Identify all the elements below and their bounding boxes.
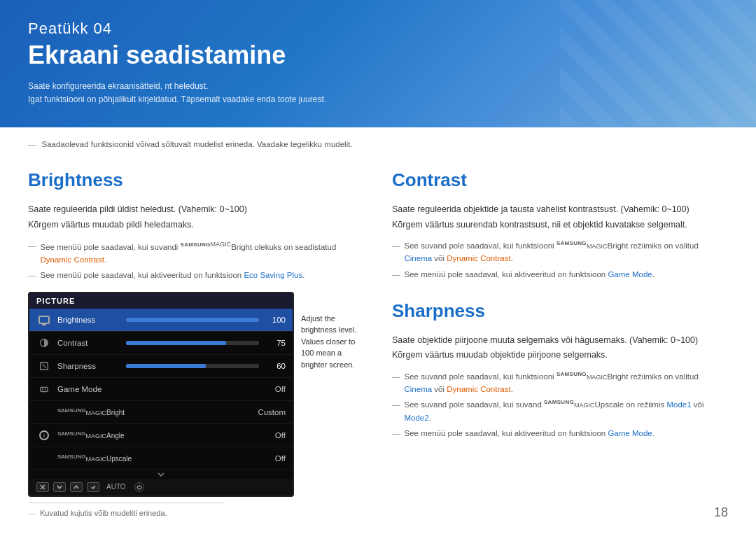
caption-divider xyxy=(28,503,224,503)
svg-rect-3 xyxy=(41,387,48,391)
disclaimer-top: Saadaolevad funktsioonid võivad sõltuval… xyxy=(28,140,728,155)
sharpness-note2: See suvand pole saadaval, kui suvand SAM… xyxy=(392,398,728,424)
ctrl-up-button[interactable] xyxy=(70,482,83,492)
monitor-caption: Kuvatud kujutis võib mudeliti erineda. xyxy=(28,509,364,517)
monitor-screen: PICTURE Brightness xyxy=(28,292,294,497)
gamemode-icon xyxy=(36,381,52,397)
monitor-adjust-text: Adjust the brightness level. Values clos… xyxy=(301,313,364,371)
page-header: Peatükk 04 Ekraani seadistamine Saate ko… xyxy=(0,0,756,127)
chapter-label: Peatükk 04 xyxy=(28,20,728,38)
contrast-title: Contrast xyxy=(392,169,728,191)
main-content: Saadaolevad funktsioonid võivad sõltuval… xyxy=(0,127,756,534)
brightness-desc2: Kõrgem väärtus muudab pildi heledamaks. xyxy=(28,220,194,230)
monitor-row-magicupscale: SAMSUNGMAGICUpscale Off xyxy=(29,447,293,470)
contrast-icon xyxy=(39,338,49,348)
header-desc-line2: Igat funktsiooni on põhjalikult kirjelda… xyxy=(28,94,326,104)
monitor-icon-display xyxy=(36,312,52,328)
ctrl-enter-button[interactable] xyxy=(87,482,99,492)
sharpness-note3: See menüü pole saadaval, kui aktiveeritu… xyxy=(392,427,728,440)
auto-label: AUTO xyxy=(106,483,126,491)
sharpness-icon xyxy=(39,361,49,371)
svg-point-4 xyxy=(45,388,46,390)
contrast-section: Contrast Saate reguleerida objektide ja … xyxy=(392,169,728,281)
two-column-layout: Brightness Saate reguleerida pildi üldis… xyxy=(28,169,728,527)
power-button[interactable] xyxy=(134,482,144,492)
page-number: 18 xyxy=(714,505,728,520)
monitor-nav-controls: AUTO xyxy=(36,482,144,492)
brightness-desc: Saate reguleerida pildi üldist heledust.… xyxy=(28,202,364,232)
ctrl-down-button[interactable] xyxy=(53,482,66,492)
header-description: Saate konfigureerida ekraanisätteid, nt … xyxy=(28,80,728,106)
monitor-row-gamemode: Game Mode Off xyxy=(29,378,293,401)
monitor-row-magicbright: SAMSUNGMAGICBright Custom xyxy=(29,401,293,424)
monitor-menu-rows: Brightness 100 xyxy=(29,309,293,479)
sharpness-note1: See suvand pole saadaval, kui funktsioon… xyxy=(392,370,728,396)
monitor-mockup: PICTURE Brightness xyxy=(28,292,364,517)
svg-line-2 xyxy=(42,364,46,367)
contrast-note1: See suvand pole saadaval, kui funktsioon… xyxy=(392,239,728,265)
monitor-menu-header: PICTURE xyxy=(29,293,293,309)
sharpness-title: Sharpness xyxy=(392,300,728,322)
left-column: Brightness Saate reguleerida pildi üldis… xyxy=(28,169,364,527)
header-desc-line1: Saate konfigureerida ekraanisätteid, nt … xyxy=(28,81,209,91)
brightness-note2: See menüü pole saadaval, kui aktiveeritu… xyxy=(28,269,364,281)
monitor-row-magicangle: i SAMSUNGMAGICAngle Off xyxy=(29,424,293,447)
sharpness-section: Sharpness Saate objektide piirjoone muut… xyxy=(392,300,728,440)
sharpness-desc: Saate objektide piirjoone muuta selgemak… xyxy=(392,333,728,363)
right-column: Contrast Saate reguleerida objektide ja … xyxy=(392,169,728,527)
brightness-note1: See menüü pole saadaval, kui suvandi SAM… xyxy=(28,239,364,267)
monitor-row-contrast: Contrast 75 xyxy=(29,332,293,355)
brightness-desc1: Saate reguleerida pildi üldist heledust.… xyxy=(28,204,247,214)
monitor-row-brightness: Brightness 100 xyxy=(29,309,293,332)
display-icon xyxy=(38,316,50,324)
scroll-indicator xyxy=(29,470,293,479)
page-title: Ekraani seadistamine xyxy=(28,41,728,70)
ctrl-x-button[interactable] xyxy=(36,482,49,492)
monitor-row-sharpness: Sharpness 60 xyxy=(29,355,293,378)
monitor-control-bar: AUTO xyxy=(29,479,293,496)
brightness-title: Brightness xyxy=(28,169,364,191)
info-icon: i xyxy=(39,430,49,440)
contrast-note2: See menüü pole saadaval, kui aktiveeritu… xyxy=(392,268,728,281)
contrast-desc: Saate reguleerida objektide ja tausta va… xyxy=(392,202,728,232)
